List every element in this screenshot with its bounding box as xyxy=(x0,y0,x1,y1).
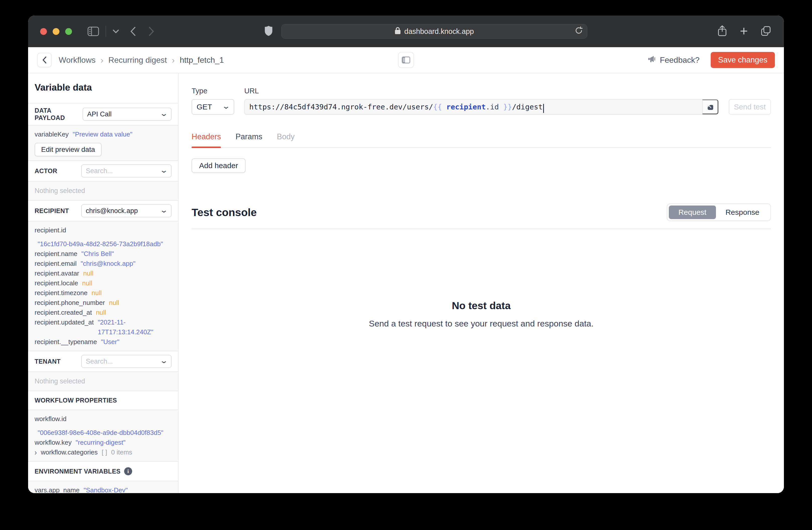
info-icon[interactable]: i xyxy=(124,467,132,475)
add-header-button[interactable]: Add header xyxy=(192,158,246,173)
http-fetch-editor: Type GET ⌄ URL https://84c5df439d74.ngro… xyxy=(178,73,784,493)
variable-key: recipient.__typename xyxy=(34,337,97,347)
zoom-window-button[interactable] xyxy=(65,28,72,35)
back-icon[interactable] xyxy=(130,27,136,36)
url-text: https://84c5df439d74.ngrok-free.dev/user… xyxy=(249,103,543,111)
variable-key: recipient.id xyxy=(34,225,66,235)
variable-row: workflow.key "recurring-digest" xyxy=(34,438,172,447)
tenant-select[interactable]: Search... ⌄ xyxy=(81,355,172,368)
send-test-button[interactable]: Send test xyxy=(729,99,771,115)
console-divider xyxy=(192,228,771,229)
tenant-empty-text: Nothing selected xyxy=(34,377,85,385)
panel-layout-toggle-button[interactable] xyxy=(398,52,414,68)
recipient-select[interactable]: chris@knock.app ⌄ xyxy=(81,204,172,217)
request-response-toggle: Request Response xyxy=(667,204,771,221)
variable-data-sidebar: Variable data DATA PAYLOAD API Call ⌄ va… xyxy=(28,73,178,493)
breadcrumb-workflows[interactable]: Workflows xyxy=(59,55,96,65)
breadcrumb: Workflows › Recurring digest › http_fetc… xyxy=(59,55,224,65)
tab-body[interactable]: Body xyxy=(277,132,295,147)
preview-value: "Preview data value" xyxy=(73,129,132,139)
url-label: URL xyxy=(244,87,719,95)
breadcrumb-separator: › xyxy=(172,55,175,65)
recipient-label: RECIPIENT xyxy=(34,207,69,214)
expand-chevron-icon[interactable]: › xyxy=(34,446,37,458)
variable-value: null xyxy=(96,308,106,318)
address-bar[interactable]: dashboard.knock.app xyxy=(281,24,587,39)
sidebar-toggle-icon[interactable] xyxy=(88,27,99,36)
breadcrumb-workflow-name[interactable]: Recurring digest xyxy=(108,55,167,65)
method-select[interactable]: GET ⌄ xyxy=(192,99,234,115)
edit-preview-data-button[interactable]: Edit preview data xyxy=(34,143,102,156)
variable-row: recipient.__typename "User" xyxy=(34,337,172,347)
forward-icon[interactable] xyxy=(149,27,154,36)
request-tabs: Headers Params Body xyxy=(192,132,771,148)
chevron-down-icon: ⌄ xyxy=(159,110,168,117)
environment-variables-header: ENVIRONMENT VARIABLES i xyxy=(28,462,178,481)
empty-state: No test data Send a test request to see … xyxy=(192,300,771,329)
lock-icon xyxy=(395,27,401,36)
variable-key: recipient.updated_at xyxy=(34,318,94,327)
recipient-properties-panel: recipient.id "16c1fd70-b49a-48d2-8256-73… xyxy=(28,221,178,351)
actor-select[interactable]: Search... ⌄ xyxy=(81,164,172,178)
variable-value: null xyxy=(109,298,119,308)
tenant-row: TENANT Search... ⌄ xyxy=(28,351,178,372)
variable-row: recipient.locale null xyxy=(34,278,172,288)
close-window-button[interactable] xyxy=(40,28,47,35)
variable-key: recipient.email xyxy=(34,259,77,268)
test-console-title: Test console xyxy=(192,206,257,219)
variable-value: "Chris Bell" xyxy=(82,249,114,259)
variable-value: null xyxy=(82,278,92,288)
variable-key: recipient.locale xyxy=(34,278,78,288)
back-button[interactable] xyxy=(37,53,52,67)
tab-overview-icon[interactable] xyxy=(761,26,771,37)
tenant-empty-panel: Nothing selected xyxy=(28,372,178,391)
toggle-request[interactable]: Request xyxy=(669,206,716,219)
data-payload-selected: API Call xyxy=(87,110,112,118)
expand-editor-button[interactable] xyxy=(702,100,718,114)
empty-state-description: Send a test request to see your request … xyxy=(192,319,771,329)
method-value: GET xyxy=(197,103,212,111)
actor-empty-panel: Nothing selected xyxy=(28,181,178,201)
chevron-down-icon: ⌄ xyxy=(159,357,168,364)
share-icon[interactable] xyxy=(718,25,727,37)
recipient-selected: chris@knock.app xyxy=(86,207,138,215)
minimize-window-button[interactable] xyxy=(53,28,59,35)
data-payload-row: DATA PAYLOAD API Call ⌄ xyxy=(28,103,178,125)
tab-headers[interactable]: Headers xyxy=(192,132,221,147)
toggle-response[interactable]: Response xyxy=(716,206,769,219)
new-tab-icon[interactable]: + xyxy=(740,24,748,38)
reload-icon[interactable] xyxy=(575,27,582,37)
privacy-shield-icon[interactable] xyxy=(264,26,273,37)
variable-value: [ ] xyxy=(102,447,107,457)
workflow-properties-label: WORKFLOW PROPERTIES xyxy=(34,397,117,404)
variable-extra: 0 items xyxy=(111,447,132,457)
tab-params[interactable]: Params xyxy=(235,132,262,147)
variable-value: "chris@knock.app" xyxy=(81,259,135,268)
variable-key: recipient.created_at xyxy=(34,308,92,318)
variable-value: "recurring-digest" xyxy=(75,438,126,447)
save-changes-button[interactable]: Save changes xyxy=(711,52,775,68)
variable-value: "006e938f-98e6-408e-a9de-dbb04d0f83d5" xyxy=(34,428,172,438)
data-payload-select[interactable]: API Call ⌄ xyxy=(83,108,172,121)
variable-key: recipient.name xyxy=(34,249,77,259)
variable-key: recipient.timezone xyxy=(34,288,88,298)
actor-label: ACTOR xyxy=(34,167,57,175)
variable-row: recipient.name "Chris Bell" xyxy=(34,249,172,259)
environment-variables-label: ENVIRONMENT VARIABLES xyxy=(34,468,121,475)
url-input[interactable]: https://84c5df439d74.ngrok-free.dev/user… xyxy=(244,99,719,115)
sidebar-title: Variable data xyxy=(28,73,178,103)
variable-value: "Sandbox-Dev" xyxy=(84,485,128,493)
variable-value: null xyxy=(83,268,93,278)
tenant-label: TENANT xyxy=(34,358,61,365)
variable-key: vars.app_name xyxy=(34,485,79,493)
chevron-down-icon[interactable] xyxy=(113,29,119,33)
variable-key: recipient.avatar xyxy=(34,268,79,278)
variable-value: "User" xyxy=(101,337,119,347)
variable-row: › workflow.categories [ ] 0 items xyxy=(34,447,172,457)
variable-row: recipient.avatar null xyxy=(34,268,172,278)
browser-window: dashboard.knock.app + xyxy=(28,16,784,493)
feedback-link[interactable]: Feedback? xyxy=(648,55,699,65)
variable-row: workflow.id "006e938f-98e6-408e-a9de-dbb… xyxy=(34,414,172,438)
megaphone-icon xyxy=(648,55,656,65)
actor-empty-text: Nothing selected xyxy=(34,187,85,195)
